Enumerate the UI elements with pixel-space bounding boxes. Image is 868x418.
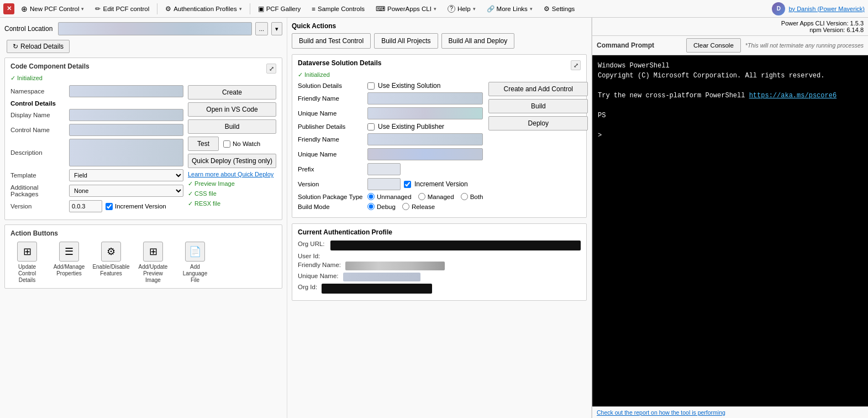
both-radio-label[interactable]: Both <box>461 193 483 200</box>
build-test-btn[interactable]: Build and Test Control <box>292 33 371 49</box>
chevron-down-icon: ▾ <box>473 6 476 12</box>
sol-friendly-name-label: Friendly Name <box>298 95 364 102</box>
pub-friendly-name-input[interactable] <box>367 133 483 145</box>
clear-console-btn[interactable]: Clear Console <box>686 38 741 53</box>
open-vs-code-btn[interactable]: Open in VS Code <box>188 102 276 117</box>
publisher-details-label: Publisher Details <box>298 123 364 130</box>
middle-panel: Quick Actions Build and Test Control Bui… <box>287 18 592 418</box>
sol-friendly-name-input[interactable] <box>367 92 483 104</box>
quick-deploy-btn[interactable]: Quick Deploy (Testing only) <box>188 154 276 168</box>
unmanaged-radio-label[interactable]: Unmanaged <box>367 193 412 200</box>
pub-unique-name-label: Unique Name <box>298 151 364 158</box>
avatar[interactable]: D <box>772 2 785 15</box>
description-row: Description <box>10 139 183 166</box>
link-icon: 🔗 <box>487 5 495 13</box>
pub-unique-name-row: Unique Name <box>298 148 483 160</box>
close-btn[interactable]: ✕ <box>3 3 14 14</box>
ds-deploy-btn[interactable]: Deploy <box>488 116 588 130</box>
build-all-btn[interactable]: Build All Projects <box>374 33 438 49</box>
enable-disable-features-btn[interactable]: ⚙ Enable/Disable Features <box>94 242 128 284</box>
reload-details-btn[interactable]: ↻ Reload Details <box>7 40 70 53</box>
release-radio-label[interactable]: Release <box>402 203 435 210</box>
expand-btn[interactable]: ⤢ <box>266 64 276 74</box>
add-update-preview-btn[interactable]: ⊞ Add/Update Preview Image <box>136 242 170 284</box>
increment-version-checkbox[interactable] <box>106 203 113 210</box>
ds-version-label: Version <box>298 181 364 187</box>
enable-disable-label: Enable/Disable Features <box>92 264 129 277</box>
settings-icon: ⚙ <box>544 5 550 13</box>
use-existing-publisher-row: Use Existing Publisher <box>367 123 444 130</box>
description-input[interactable] <box>69 139 183 166</box>
friendly-name-auth-value <box>345 262 445 270</box>
cmd-title: Command Prompt <box>597 41 654 49</box>
chevron-down-icon: ▾ <box>434 6 436 12</box>
version-input[interactable] <box>69 200 102 212</box>
console-footer-link[interactable]: Check out the report on how the tool is … <box>592 406 868 418</box>
ds-version-input[interactable] <box>367 178 401 190</box>
code-component-body: Namespace Control Details Display Name C… <box>10 85 276 215</box>
template-select[interactable]: Field <box>69 169 183 181</box>
browse-btn[interactable]: ... <box>255 22 268 35</box>
nav-item-edit-pcf[interactable]: ✏ Edit PCF control <box>91 3 154 15</box>
use-existing-solution-checkbox[interactable] <box>367 82 375 90</box>
namespace-input[interactable] <box>69 85 183 97</box>
pscore6-link[interactable]: https://aka.ms/pscore6 <box>749 92 837 100</box>
right-panel: Power Apps CLI Version: 1.5.3 npm Versio… <box>592 18 868 418</box>
create-add-control-btn[interactable]: Create and Add Control <box>488 82 588 96</box>
nav-item-pcf-gallery[interactable]: ▣ PCF Gallery <box>254 3 306 15</box>
cli-icon: ⌨ <box>376 5 385 13</box>
nav-item-help[interactable]: ? Help ▾ <box>443 3 480 15</box>
additional-packages-select[interactable]: None <box>69 185 183 197</box>
debug-radio-label[interactable]: Debug <box>367 203 396 210</box>
managed-label: Managed <box>428 194 454 200</box>
dataverse-initialized: ✓ Initialized <box>298 71 581 79</box>
both-radio[interactable] <box>461 193 468 200</box>
solution-package-type-label: Solution Package Type <box>298 194 364 200</box>
build-btn[interactable]: Build <box>188 119 276 134</box>
nav-item-auth-profiles[interactable]: ⚙ Authentication Profiles ▾ <box>161 3 246 15</box>
console-line-5 <box>598 101 862 111</box>
update-control-label: Update Control Details <box>10 264 44 284</box>
release-radio[interactable] <box>402 203 409 210</box>
release-label: Release <box>412 203 435 210</box>
ds-version-row: Version Increment Version <box>298 178 483 190</box>
dropdown-btn[interactable]: ▾ <box>271 22 282 35</box>
add-manage-properties-btn[interactable]: ☰ Add/Manage Properties <box>52 242 86 284</box>
build-deploy-btn[interactable]: Build All and Deploy <box>441 33 515 49</box>
console-area[interactable]: Windows PowerShell Copyright (C) Microso… <box>592 55 868 406</box>
ds-build-btn[interactable]: Build <box>488 99 588 113</box>
chevron-down-icon: ▾ <box>239 6 242 12</box>
test-btn[interactable]: Test <box>188 137 219 151</box>
unmanaged-radio[interactable] <box>367 193 375 200</box>
display-name-input[interactable] <box>69 109 183 121</box>
pub-unique-name-input[interactable] <box>367 148 483 160</box>
dataverse-expand-btn[interactable]: ⤢ <box>571 60 581 70</box>
debug-radio[interactable] <box>367 203 375 210</box>
console-line-2: Copyright (C) Microsoft Corporation. All… <box>598 71 862 81</box>
update-control-details-btn[interactable]: ⊞ Update Control Details <box>10 242 44 284</box>
ds-increment-version-checkbox[interactable] <box>404 181 411 188</box>
nav-item-new-pcf[interactable]: ⊕ New PCF Control ▾ <box>17 2 88 15</box>
create-btn[interactable]: Create <box>188 85 276 100</box>
use-existing-solution-label: Use Existing Solution <box>378 82 440 90</box>
learn-more-link[interactable]: Learn more about Quick Deploy <box>188 171 276 177</box>
prefix-input[interactable] <box>367 163 401 175</box>
nav-label: Sample Controls <box>318 6 365 12</box>
managed-radio[interactable] <box>418 193 425 200</box>
nav-item-sample-controls[interactable]: ≡ Sample Controls <box>307 3 369 14</box>
no-watch-checkbox[interactable] <box>223 140 230 148</box>
nav-item-powerapps-cli[interactable]: ⌨ PowerApps CLI ▾ <box>371 3 441 15</box>
auth-icon: ⚙ <box>165 5 171 13</box>
managed-radio-label[interactable]: Managed <box>418 193 454 200</box>
nav-item-more-links[interactable]: 🔗 More Links ▾ <box>482 3 537 15</box>
use-existing-publisher-checkbox[interactable] <box>367 123 375 130</box>
chevron-down-icon: ▾ <box>530 6 533 12</box>
add-language-file-btn[interactable]: 📄 Add Language File <box>178 242 212 284</box>
dataverse-left: Solution Details Use Existing Solution F… <box>298 82 483 213</box>
sol-unique-name-input[interactable] <box>367 107 483 119</box>
control-name-input[interactable] <box>69 124 183 136</box>
help-icon: ? <box>448 5 455 13</box>
nav-item-settings[interactable]: ⚙ Settings <box>539 3 580 15</box>
sol-unique-name-row: Unique Name <box>298 107 483 119</box>
control-location-input[interactable] <box>58 22 251 35</box>
